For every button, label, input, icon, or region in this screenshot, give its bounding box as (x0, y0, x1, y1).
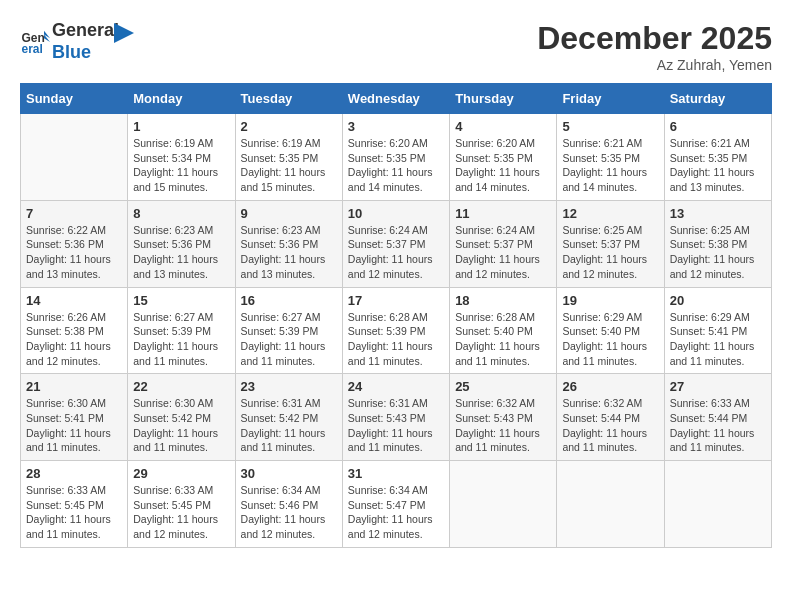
day-number: 23 (241, 379, 337, 394)
day-info: Sunrise: 6:21 AMSunset: 5:35 PMDaylight:… (670, 136, 766, 195)
calendar-cell: 29Sunrise: 6:33 AMSunset: 5:45 PMDayligh… (128, 461, 235, 548)
day-info: Sunrise: 6:34 AMSunset: 5:47 PMDaylight:… (348, 483, 444, 542)
header-sunday: Sunday (21, 84, 128, 114)
day-info: Sunrise: 6:31 AMSunset: 5:42 PMDaylight:… (241, 396, 337, 455)
day-number: 2 (241, 119, 337, 134)
day-info: Sunrise: 6:32 AMSunset: 5:43 PMDaylight:… (455, 396, 551, 455)
day-info: Sunrise: 6:33 AMSunset: 5:45 PMDaylight:… (26, 483, 122, 542)
calendar-cell: 11Sunrise: 6:24 AMSunset: 5:37 PMDayligh… (450, 200, 557, 287)
calendar-cell (450, 461, 557, 548)
day-info: Sunrise: 6:20 AMSunset: 5:35 PMDaylight:… (455, 136, 551, 195)
day-number: 15 (133, 293, 229, 308)
day-number: 28 (26, 466, 122, 481)
logo-text-blue: Blue (52, 42, 91, 62)
svg-text:eral: eral (22, 42, 43, 56)
day-number: 21 (26, 379, 122, 394)
calendar-cell: 16Sunrise: 6:27 AMSunset: 5:39 PMDayligh… (235, 287, 342, 374)
calendar-cell: 5Sunrise: 6:21 AMSunset: 5:35 PMDaylight… (557, 114, 664, 201)
day-number: 30 (241, 466, 337, 481)
day-info: Sunrise: 6:27 AMSunset: 5:39 PMDaylight:… (133, 310, 229, 369)
calendar-week-4: 21Sunrise: 6:30 AMSunset: 5:41 PMDayligh… (21, 374, 772, 461)
calendar-header: Sunday Monday Tuesday Wednesday Thursday… (21, 84, 772, 114)
calendar-cell: 3Sunrise: 6:20 AMSunset: 5:35 PMDaylight… (342, 114, 449, 201)
header-row: Sunday Monday Tuesday Wednesday Thursday… (21, 84, 772, 114)
calendar-cell: 21Sunrise: 6:30 AMSunset: 5:41 PMDayligh… (21, 374, 128, 461)
day-info: Sunrise: 6:25 AMSunset: 5:37 PMDaylight:… (562, 223, 658, 282)
day-info: Sunrise: 6:30 AMSunset: 5:42 PMDaylight:… (133, 396, 229, 455)
title-block: December 2025 Az Zuhrah, Yemen (537, 20, 772, 73)
day-number: 16 (241, 293, 337, 308)
calendar-cell: 30Sunrise: 6:34 AMSunset: 5:46 PMDayligh… (235, 461, 342, 548)
calendar-cell: 27Sunrise: 6:33 AMSunset: 5:44 PMDayligh… (664, 374, 771, 461)
day-number: 9 (241, 206, 337, 221)
day-number: 18 (455, 293, 551, 308)
calendar-week-1: 1Sunrise: 6:19 AMSunset: 5:34 PMDaylight… (21, 114, 772, 201)
calendar-cell: 17Sunrise: 6:28 AMSunset: 5:39 PMDayligh… (342, 287, 449, 374)
day-number: 19 (562, 293, 658, 308)
calendar-cell: 14Sunrise: 6:26 AMSunset: 5:38 PMDayligh… (21, 287, 128, 374)
day-info: Sunrise: 6:29 AMSunset: 5:41 PMDaylight:… (670, 310, 766, 369)
day-number: 12 (562, 206, 658, 221)
calendar-cell: 2Sunrise: 6:19 AMSunset: 5:35 PMDaylight… (235, 114, 342, 201)
header-thursday: Thursday (450, 84, 557, 114)
logo: Gen eral General Blue (20, 20, 134, 63)
day-info: Sunrise: 6:23 AMSunset: 5:36 PMDaylight:… (241, 223, 337, 282)
day-number: 11 (455, 206, 551, 221)
day-number: 8 (133, 206, 229, 221)
logo-arrow-icon (114, 23, 134, 53)
day-info: Sunrise: 6:22 AMSunset: 5:36 PMDaylight:… (26, 223, 122, 282)
day-info: Sunrise: 6:25 AMSunset: 5:38 PMDaylight:… (670, 223, 766, 282)
day-info: Sunrise: 6:27 AMSunset: 5:39 PMDaylight:… (241, 310, 337, 369)
calendar-week-3: 14Sunrise: 6:26 AMSunset: 5:38 PMDayligh… (21, 287, 772, 374)
calendar-cell: 12Sunrise: 6:25 AMSunset: 5:37 PMDayligh… (557, 200, 664, 287)
day-number: 25 (455, 379, 551, 394)
day-info: Sunrise: 6:26 AMSunset: 5:38 PMDaylight:… (26, 310, 122, 369)
calendar-cell (21, 114, 128, 201)
calendar-cell: 4Sunrise: 6:20 AMSunset: 5:35 PMDaylight… (450, 114, 557, 201)
logo-text-general: General (52, 20, 119, 40)
calendar-cell: 23Sunrise: 6:31 AMSunset: 5:42 PMDayligh… (235, 374, 342, 461)
day-number: 3 (348, 119, 444, 134)
day-info: Sunrise: 6:34 AMSunset: 5:46 PMDaylight:… (241, 483, 337, 542)
month-year-title: December 2025 (537, 20, 772, 57)
calendar-cell: 9Sunrise: 6:23 AMSunset: 5:36 PMDaylight… (235, 200, 342, 287)
day-info: Sunrise: 6:33 AMSunset: 5:44 PMDaylight:… (670, 396, 766, 455)
day-info: Sunrise: 6:19 AMSunset: 5:34 PMDaylight:… (133, 136, 229, 195)
day-info: Sunrise: 6:32 AMSunset: 5:44 PMDaylight:… (562, 396, 658, 455)
day-number: 22 (133, 379, 229, 394)
calendar-cell: 20Sunrise: 6:29 AMSunset: 5:41 PMDayligh… (664, 287, 771, 374)
day-number: 1 (133, 119, 229, 134)
calendar-cell: 22Sunrise: 6:30 AMSunset: 5:42 PMDayligh… (128, 374, 235, 461)
header-monday: Monday (128, 84, 235, 114)
day-number: 24 (348, 379, 444, 394)
header-wednesday: Wednesday (342, 84, 449, 114)
logo-icon: Gen eral (20, 27, 50, 57)
day-info: Sunrise: 6:24 AMSunset: 5:37 PMDaylight:… (348, 223, 444, 282)
day-info: Sunrise: 6:20 AMSunset: 5:35 PMDaylight:… (348, 136, 444, 195)
day-info: Sunrise: 6:31 AMSunset: 5:43 PMDaylight:… (348, 396, 444, 455)
day-info: Sunrise: 6:19 AMSunset: 5:35 PMDaylight:… (241, 136, 337, 195)
day-number: 31 (348, 466, 444, 481)
day-number: 29 (133, 466, 229, 481)
day-info: Sunrise: 6:21 AMSunset: 5:35 PMDaylight:… (562, 136, 658, 195)
calendar-cell: 25Sunrise: 6:32 AMSunset: 5:43 PMDayligh… (450, 374, 557, 461)
day-number: 26 (562, 379, 658, 394)
header-tuesday: Tuesday (235, 84, 342, 114)
calendar-cell: 6Sunrise: 6:21 AMSunset: 5:35 PMDaylight… (664, 114, 771, 201)
day-info: Sunrise: 6:28 AMSunset: 5:40 PMDaylight:… (455, 310, 551, 369)
calendar-cell: 13Sunrise: 6:25 AMSunset: 5:38 PMDayligh… (664, 200, 771, 287)
calendar-cell: 1Sunrise: 6:19 AMSunset: 5:34 PMDaylight… (128, 114, 235, 201)
day-info: Sunrise: 6:28 AMSunset: 5:39 PMDaylight:… (348, 310, 444, 369)
header-friday: Friday (557, 84, 664, 114)
day-info: Sunrise: 6:29 AMSunset: 5:40 PMDaylight:… (562, 310, 658, 369)
calendar-cell (557, 461, 664, 548)
calendar-cell: 19Sunrise: 6:29 AMSunset: 5:40 PMDayligh… (557, 287, 664, 374)
day-number: 4 (455, 119, 551, 134)
calendar-cell: 31Sunrise: 6:34 AMSunset: 5:47 PMDayligh… (342, 461, 449, 548)
day-number: 5 (562, 119, 658, 134)
calendar-cell: 24Sunrise: 6:31 AMSunset: 5:43 PMDayligh… (342, 374, 449, 461)
calendar-cell: 10Sunrise: 6:24 AMSunset: 5:37 PMDayligh… (342, 200, 449, 287)
calendar-week-2: 7Sunrise: 6:22 AMSunset: 5:36 PMDaylight… (21, 200, 772, 287)
calendar-week-5: 28Sunrise: 6:33 AMSunset: 5:45 PMDayligh… (21, 461, 772, 548)
location-subtitle: Az Zuhrah, Yemen (537, 57, 772, 73)
